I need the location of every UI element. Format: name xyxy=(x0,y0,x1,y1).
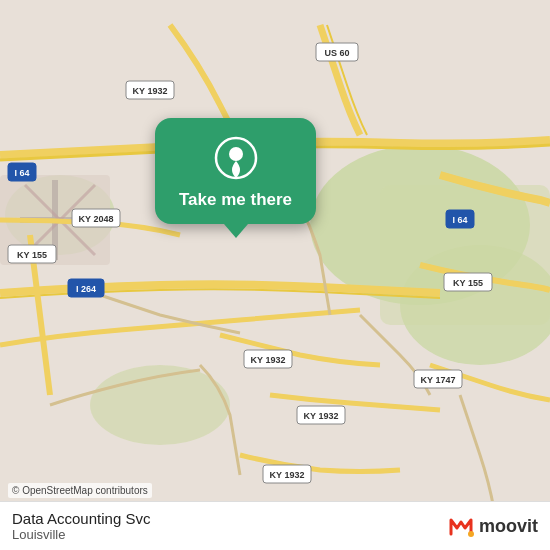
svg-point-38 xyxy=(468,531,474,537)
location-popup[interactable]: Take me there xyxy=(155,118,316,224)
svg-text:KY 1932: KY 1932 xyxy=(270,470,305,480)
popup-label: Take me there xyxy=(179,190,292,210)
svg-text:KY 155: KY 155 xyxy=(453,278,483,288)
svg-text:US 60: US 60 xyxy=(324,48,349,58)
svg-text:KY 2048: KY 2048 xyxy=(79,214,114,224)
place-name: Data Accounting Svc xyxy=(12,510,150,527)
svg-text:KY 1932: KY 1932 xyxy=(304,411,339,421)
svg-text:KY 1932: KY 1932 xyxy=(251,355,286,365)
svg-text:KY 155: KY 155 xyxy=(17,250,47,260)
location-pin-icon xyxy=(214,136,258,180)
place-city: Louisville xyxy=(12,527,150,542)
place-info: Data Accounting Svc Louisville xyxy=(12,510,150,542)
svg-text:KY 1932: KY 1932 xyxy=(133,86,168,96)
popup-bubble[interactable]: Take me there xyxy=(155,118,316,224)
moovit-logo: moovit xyxy=(447,512,538,540)
svg-text:I 64: I 64 xyxy=(14,168,29,178)
copyright-notice: © OpenStreetMap contributors xyxy=(8,483,152,498)
map-svg: US 60 KY 1932 I 64 KY 2048 KY 155 I 264 … xyxy=(0,0,550,550)
svg-point-36 xyxy=(229,147,243,161)
svg-text:KY 1747: KY 1747 xyxy=(421,375,456,385)
copyright-text: © OpenStreetMap contributors xyxy=(12,485,148,496)
moovit-logo-text: moovit xyxy=(479,516,538,537)
bottom-bar: Data Accounting Svc Louisville moovit xyxy=(0,501,550,550)
map-container: US 60 KY 1932 I 64 KY 2048 KY 155 I 264 … xyxy=(0,0,550,550)
moovit-logo-icon xyxy=(447,512,475,540)
svg-text:I 264: I 264 xyxy=(76,284,96,294)
svg-rect-4 xyxy=(380,185,550,325)
svg-text:I 64: I 64 xyxy=(452,215,467,225)
